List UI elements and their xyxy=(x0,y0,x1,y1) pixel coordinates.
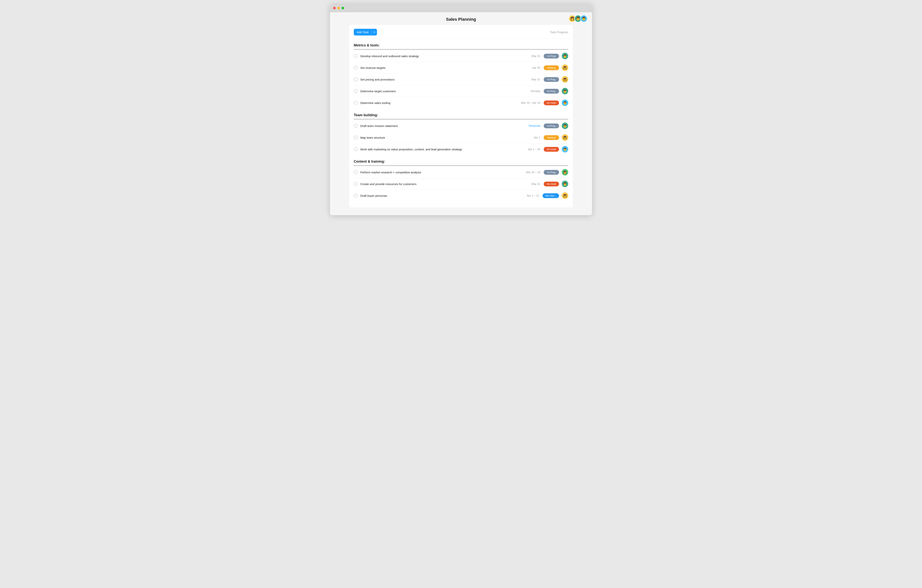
table-row: Determine target customersMondayIn Prog👨 xyxy=(354,85,568,97)
titlebar xyxy=(330,4,592,12)
task-checkbox[interactable] xyxy=(354,89,358,93)
status-badge[interactable]: On Hold xyxy=(544,101,559,105)
section-title: Metrics & tools: xyxy=(354,43,568,49)
avatar[interactable]: 👨 xyxy=(562,146,568,152)
task-checkbox[interactable] xyxy=(354,77,358,81)
task-date: Tomorrow xyxy=(521,124,540,127)
avatar[interactable]: 👨 xyxy=(562,100,568,106)
task-section: Content & training:Perform market resear… xyxy=(349,155,573,201)
task-checkbox[interactable] xyxy=(354,194,358,198)
task-date: Monday xyxy=(521,90,540,93)
maximize-button[interactable] xyxy=(342,7,344,10)
task-checkbox[interactable] xyxy=(354,182,358,186)
status-badge[interactable]: On Hold xyxy=(544,147,559,152)
status-badge[interactable]: On Hold xyxy=(544,181,559,186)
task-name: Determine target customers xyxy=(360,90,521,93)
minimize-button[interactable] xyxy=(337,7,340,10)
task-date: Apr 30 xyxy=(521,66,540,69)
table-row: Draft buyer personasApr 1 – 12Not Star..… xyxy=(354,190,568,201)
avatar[interactable]: 👩 xyxy=(562,64,568,71)
task-name: Work with marketing on value proposition… xyxy=(360,148,521,151)
add-task-dropdown-arrow[interactable]: ▾ xyxy=(372,29,377,35)
page-header: Sales Planning 👩 👨 👨 xyxy=(330,12,592,25)
status-badge[interactable]: In Prog xyxy=(544,124,559,128)
task-name: Set pricing and promotions xyxy=(360,78,521,81)
avatar[interactable]: 👨 xyxy=(562,181,568,187)
section-title: Content & training: xyxy=(354,160,568,166)
status-badge[interactable]: Waiting xyxy=(544,135,559,140)
main-content: Add Task ▾ Task Progress Metrics & tools… xyxy=(330,25,592,215)
header-avatars: 👩 👨 👨 xyxy=(569,15,587,22)
table-row: Map team structureApr 1Waiting👩 xyxy=(354,132,568,144)
close-button[interactable] xyxy=(333,7,336,10)
table-row: Determine sales toolingMar 18 – Apr 30On… xyxy=(354,97,568,109)
sections-container: Metrics & tools:Develop inbound and outb… xyxy=(349,39,573,201)
task-date: May 31 xyxy=(521,182,540,185)
app-window: Sales Planning 👩 👨 👨 Add Task ▾ Task Pro… xyxy=(330,4,592,215)
task-name: Determine sales tooling xyxy=(360,101,521,105)
avatar[interactable]: 👩 xyxy=(562,192,568,199)
task-name: Draft team mission statement xyxy=(360,124,521,127)
table-row: Set revenue targetsApr 30Waiting👩 xyxy=(354,62,568,74)
avatar[interactable]: 👩 xyxy=(562,76,568,83)
task-checkbox[interactable] xyxy=(354,66,358,70)
task-name: Develop inbound and outbound sales strat… xyxy=(360,54,521,58)
section-title: Team building: xyxy=(354,113,568,119)
traffic-lights xyxy=(333,7,344,10)
page-title: Sales Planning xyxy=(446,17,476,22)
task-checkbox[interactable] xyxy=(354,124,358,128)
table-row: Draft team mission statementTomorrowIn P… xyxy=(354,120,568,132)
task-checkbox[interactable] xyxy=(354,147,358,151)
task-date: Mar 18 – 29 xyxy=(521,171,540,174)
task-date: Apr 1 xyxy=(521,136,540,139)
avatar[interactable]: 👨 xyxy=(562,53,568,59)
task-name: Perform market research + competitive an… xyxy=(360,171,521,174)
status-badge[interactable]: Not Star... xyxy=(543,193,559,198)
task-date: Mar 18 – Apr 30 xyxy=(521,101,540,105)
task-section: Team building:Draft team mission stateme… xyxy=(349,109,573,155)
table-row: Perform market research + competitive an… xyxy=(354,167,568,178)
table-row: Create and provide resources for custome… xyxy=(354,178,568,190)
avatar[interactable]: 👨 xyxy=(562,122,568,129)
avatar[interactable]: 👩 xyxy=(562,169,568,175)
task-checkbox[interactable] xyxy=(354,101,358,105)
add-task-button[interactable]: Add Task ▾ xyxy=(354,29,377,36)
task-date: Apr 1 – 12 xyxy=(520,194,539,197)
content-panel: Add Task ▾ Task Progress Metrics & tools… xyxy=(349,25,573,207)
table-row: Develop inbound and outbound sales strat… xyxy=(354,50,568,62)
task-name: Map team structure xyxy=(360,136,521,139)
status-badge[interactable]: In Prog xyxy=(544,77,559,82)
avatar[interactable]: 👩 xyxy=(562,134,568,141)
task-checkbox[interactable] xyxy=(354,136,358,139)
table-row: Set pricing and promotionsMay 31In Prog👩 xyxy=(354,74,568,85)
task-checkbox[interactable] xyxy=(354,170,358,174)
task-progress-label: Task Progress xyxy=(550,31,568,34)
status-badge[interactable]: In Prog xyxy=(544,170,559,175)
task-name: Draft buyer personas xyxy=(360,194,520,198)
task-name: Set revenue targets xyxy=(360,66,521,69)
status-badge[interactable]: In Prog xyxy=(544,54,559,59)
status-badge[interactable]: Waiting xyxy=(544,65,559,70)
task-section: Metrics & tools:Develop inbound and outb… xyxy=(349,39,573,109)
task-name: Create and provide resources for custome… xyxy=(360,182,521,186)
table-row: Work with marketing on value proposition… xyxy=(354,144,568,155)
add-task-label: Add Task xyxy=(354,29,372,36)
task-checkbox[interactable] xyxy=(354,54,358,58)
task-date: May 31 xyxy=(521,54,540,57)
task-date: May 31 xyxy=(521,78,540,81)
task-date: Apr 1 – 30 xyxy=(521,148,540,151)
avatar[interactable]: 👨 xyxy=(562,88,568,94)
toolbar: Add Task ▾ Task Progress xyxy=(349,25,573,39)
status-badge[interactable]: In Prog xyxy=(544,89,559,93)
avatar[interactable]: 👨 xyxy=(580,15,587,22)
